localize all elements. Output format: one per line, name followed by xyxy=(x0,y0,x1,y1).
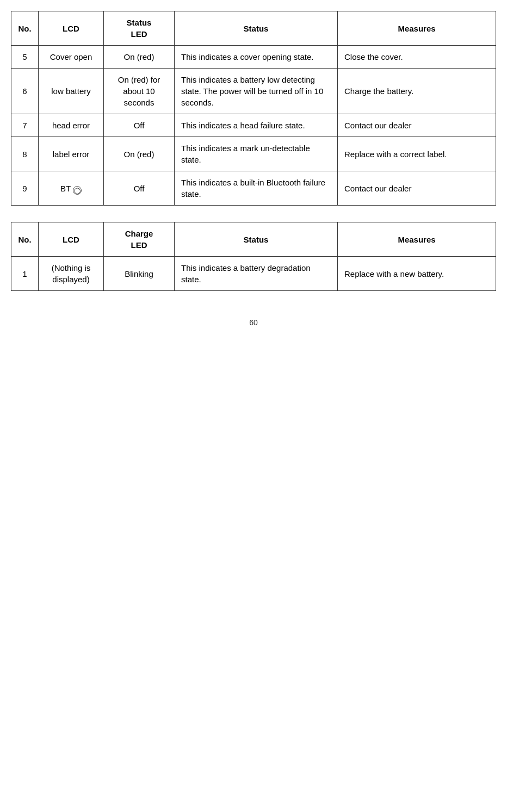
cell-lcd: low battery xyxy=(39,69,104,114)
cell-led: On (red) xyxy=(104,137,175,171)
cell-lcd: head error xyxy=(39,114,104,137)
cell-no: 5 xyxy=(11,46,39,69)
table1-header-status: Status xyxy=(175,11,338,46)
cell-no: 1 xyxy=(11,257,39,291)
table-row: 6 low battery On (red) for about 10 seco… xyxy=(11,69,496,114)
cell-no: 9 xyxy=(11,171,39,206)
page-number: 60 xyxy=(249,318,258,327)
table-row: 5 Cover open On (red) This indicates a c… xyxy=(11,46,496,69)
table1-header-measures: Measures xyxy=(338,11,496,46)
table-row: 8 label error On (red) This indicates a … xyxy=(11,137,496,171)
cell-no: 8 xyxy=(11,137,39,171)
table1-header-led: StatusLED xyxy=(104,11,175,46)
cell-led: On (red) for about 10 seconds xyxy=(104,69,175,114)
table2-header-measures: Measures xyxy=(338,222,496,257)
cell-measures: Contact our dealer xyxy=(338,171,496,206)
cell-led: Blinking xyxy=(104,257,175,291)
cell-led: Off xyxy=(104,171,175,206)
bt-icon: ◯ xyxy=(73,186,82,195)
table1-header-lcd: LCD xyxy=(39,11,104,46)
table2-header-no: No. xyxy=(11,222,39,257)
cell-no: 7 xyxy=(11,114,39,137)
table2-header-status: Status xyxy=(175,222,338,257)
table2-header-led: ChargeLED xyxy=(104,222,175,257)
cell-measures: Replace with a correct label. xyxy=(338,137,496,171)
cell-status: This indicates a mark un-detectable stat… xyxy=(175,137,338,171)
cell-led: On (red) xyxy=(104,46,175,69)
table2: No. LCD ChargeLED Status Measures 1 (Not… xyxy=(11,222,496,291)
cell-status: This indicates a cover opening state. xyxy=(175,46,338,69)
table-row: 9 BT ◯ Off This indicates a built-in Blu… xyxy=(11,171,496,206)
cell-measures: Charge the battery. xyxy=(338,69,496,114)
table-row: 7 head error Off This indicates a head f… xyxy=(11,114,496,137)
cell-lcd: label error xyxy=(39,137,104,171)
cell-measures: Contact our dealer xyxy=(338,114,496,137)
cell-measures: Replace with a new battery. xyxy=(338,257,496,291)
table2-header-lcd: LCD xyxy=(39,222,104,257)
cell-lcd: BT ◯ xyxy=(39,171,104,206)
cell-lcd: (Nothing is displayed) xyxy=(39,257,104,291)
cell-status: This indicates a built-in Bluetooth fail… xyxy=(175,171,338,206)
cell-lcd: Cover open xyxy=(39,46,104,69)
cell-measures: Close the cover. xyxy=(338,46,496,69)
cell-status: This indicates a battery degradation sta… xyxy=(175,257,338,291)
cell-status: This indicates a head failure state. xyxy=(175,114,338,137)
cell-no: 6 xyxy=(11,69,39,114)
table1-header-no: No. xyxy=(11,11,39,46)
table-row: 1 (Nothing is displayed) Blinking This i… xyxy=(11,257,496,291)
cell-led: Off xyxy=(104,114,175,137)
table1: No. LCD StatusLED Status Measures 5 Cove… xyxy=(11,11,496,206)
cell-status: This indicates a battery low detecting s… xyxy=(175,69,338,114)
